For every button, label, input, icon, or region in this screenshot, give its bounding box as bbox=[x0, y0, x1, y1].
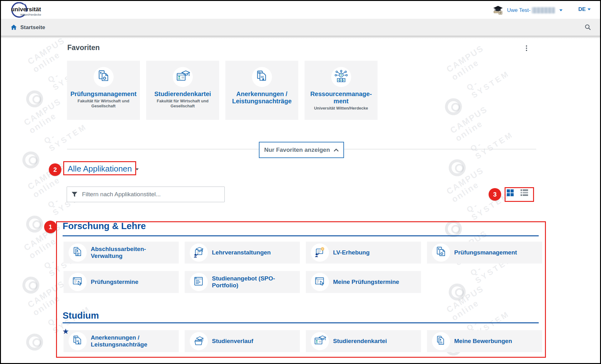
documents-gear-icon bbox=[435, 246, 447, 259]
grid-view-icon[interactable] bbox=[507, 189, 514, 196]
navigation-bar: Startseite bbox=[1, 19, 600, 36]
view-toggles bbox=[507, 189, 528, 196]
application-filter bbox=[67, 187, 225, 202]
watermark: CAMPUSonlineQ-SYSTEM bbox=[428, 94, 526, 183]
favorite-tile-anerkennungen[interactable]: Anerkennungen / Leistungsnachträge bbox=[225, 61, 298, 120]
window-click-icon bbox=[314, 276, 326, 288]
section-heading-studium: Studium bbox=[63, 310, 99, 321]
university-logo[interactable]: universität Witten/Herdecke bbox=[7, 2, 63, 18]
app-tile-abschlussarbeiten-verwaltung[interactable]: Abschlussarbeiten-Verwaltung bbox=[64, 242, 179, 264]
app-tile-lehrveranstaltungen[interactable]: Lehrveranstaltungen bbox=[185, 242, 300, 264]
favorites-heading: Favoriten bbox=[67, 44, 100, 52]
documents-seal-icon bbox=[71, 335, 84, 347]
chevron-up-icon bbox=[334, 148, 339, 151]
watermark: CAMPUSonlineQ-SYSTEM bbox=[424, 33, 522, 122]
documents-seal-icon bbox=[255, 70, 269, 84]
list-view-icon[interactable] bbox=[521, 189, 528, 196]
app-tile-lv-erhebung[interactable]: LV-Erhebung bbox=[306, 242, 421, 264]
studium-grid: ★ Anerkennungen / Leistungsnachträge Stu… bbox=[64, 330, 542, 352]
app-tile-pruefungsmanagement[interactable]: Prüfungsmanagement bbox=[427, 242, 542, 264]
network-hub-icon bbox=[334, 70, 348, 84]
campusonline-homepage: CAMPUSonlineQ-SYSTEM CAMPUSonlineQ-SYSTE… bbox=[0, 0, 601, 364]
app-tile-meine-bewerbungen[interactable]: Meine Bewerbungen bbox=[427, 330, 542, 352]
board-gear-person-icon bbox=[314, 246, 326, 259]
logo-title: universität bbox=[11, 6, 41, 13]
app-tile-studienverlauf[interactable]: Studienverlauf bbox=[185, 330, 300, 352]
section-heading-forschung-lehre: Forschung & Lehre bbox=[63, 221, 146, 231]
avatar bbox=[492, 4, 504, 16]
document-certificate-icon bbox=[71, 246, 84, 259]
header: universität Witten/Herdecke Uwe Test- DE bbox=[1, 1, 600, 19]
chevron-down-icon bbox=[559, 9, 562, 11]
kebab-menu-icon[interactable] bbox=[524, 45, 529, 54]
section-rule bbox=[63, 322, 539, 323]
favorite-tile-pruefungsmanagement[interactable]: Prüfungsmanagement Fakultät für Wirtscha… bbox=[67, 61, 140, 120]
language-selector[interactable]: DE bbox=[578, 6, 591, 13]
all-applications-dropdown[interactable]: Alle Applikationen bbox=[68, 162, 139, 175]
app-tile-studienangebot[interactable]: Studienangebot (SPO-Portfolio) bbox=[185, 271, 300, 293]
section-rule bbox=[63, 235, 539, 236]
home-icon[interactable] bbox=[10, 24, 17, 31]
graduation-board-icon bbox=[193, 246, 205, 259]
folder-graduation-icon bbox=[193, 335, 205, 347]
filter-funnel-icon bbox=[71, 191, 78, 197]
user-name: Uwe Test- bbox=[507, 7, 531, 13]
app-tile-studierendenkartei[interactable]: Studierendenkartei bbox=[306, 330, 421, 352]
favorite-star-icon: ★ bbox=[62, 328, 69, 335]
app-tile-pruefungstermine[interactable]: Prüfungstermine bbox=[64, 271, 179, 293]
app-tile-meine-pruefungstermine[interactable]: Meine Prüfungstermine bbox=[306, 271, 421, 293]
window-click-icon bbox=[71, 276, 84, 288]
chevron-down-icon bbox=[136, 168, 139, 170]
breadcrumb-startseite[interactable]: Startseite bbox=[20, 24, 45, 31]
window-list-icon bbox=[193, 276, 205, 288]
redacted-user-name bbox=[532, 7, 555, 13]
documents-gear-icon bbox=[96, 70, 111, 84]
user-menu[interactable]: Uwe Test- bbox=[492, 5, 562, 16]
documents-person-icon bbox=[435, 335, 447, 347]
show-only-favorites-button[interactable]: Nur Favoriten anzeigen bbox=[259, 142, 344, 158]
annotation-badge-3: 3 bbox=[489, 188, 501, 201]
language-label: DE bbox=[578, 6, 586, 13]
annotation-badge-2: 2 bbox=[49, 163, 61, 176]
nav-shadow bbox=[1, 36, 600, 38]
annotation-badge-1: 1 bbox=[44, 221, 57, 233]
app-tile-anerkennungen[interactable]: ★ Anerkennungen / Leistungsnachträge bbox=[64, 330, 179, 352]
filter-input[interactable] bbox=[82, 191, 220, 198]
logo-subtitle: Witten/Herdecke bbox=[20, 13, 41, 16]
search-icon[interactable] bbox=[584, 24, 591, 31]
favorite-tile-ressourcenmanagement[interactable]: Ressourcenmanage-ment Universität Witten… bbox=[305, 61, 378, 120]
watermark: CAMPUSonlineQ-SYSTEM bbox=[424, 155, 522, 244]
favorite-tile-studierendenkartei[interactable]: Studierendenkartei Fakultät für Wirtscha… bbox=[146, 61, 219, 120]
id-card-graduation-icon bbox=[176, 70, 190, 84]
favorites-grid: Prüfungsmanagement Fakultät für Wirtscha… bbox=[67, 61, 378, 120]
chevron-down-icon bbox=[588, 8, 591, 10]
forschung-lehre-grid: Abschlussarbeiten-Verwaltung Lehrveranst… bbox=[64, 242, 542, 293]
id-card-graduation-icon bbox=[314, 335, 326, 347]
